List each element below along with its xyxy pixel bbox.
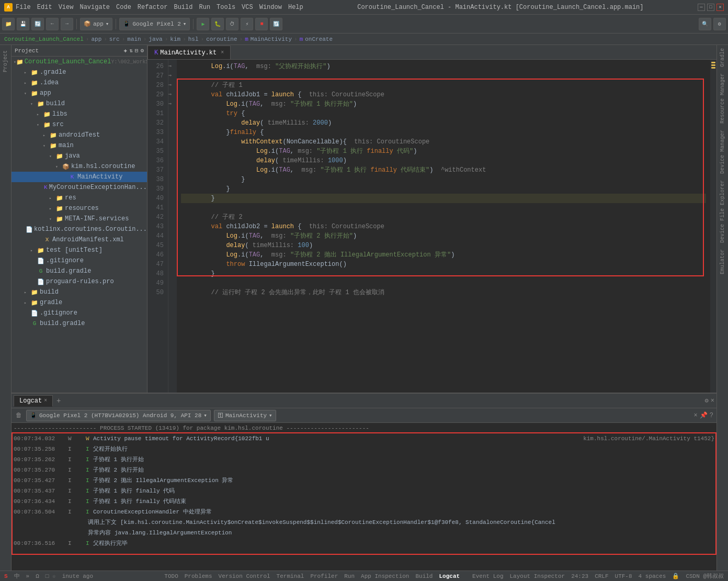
status-version-control[interactable]: Version Control — [219, 573, 270, 579]
search-everywhere-btn[interactable]: 🔍 — [699, 18, 711, 30]
bc-hsl[interactable]: hsl — [188, 36, 199, 42]
menu-build[interactable]: Build — [174, 4, 192, 11]
menu-edit[interactable]: Edit — [37, 4, 52, 11]
tree-item-buildgradle-root[interactable]: G build.gradle — [12, 318, 147, 329]
filter-selector[interactable]: ⚿ MainActivity ▾ — [214, 410, 276, 421]
tree-item-gitignore-root[interactable]: 📄 .gitignore — [12, 308, 147, 318]
maximize-button[interactable]: □ — [707, 4, 714, 11]
bc-java[interactable]: java — [149, 36, 162, 42]
forward-btn[interactable]: → — [61, 18, 73, 30]
bottom-tab-logcat[interactable]: Logcat × — [14, 395, 53, 407]
status-problems[interactable]: Problems — [185, 573, 212, 579]
add-tab-btn[interactable]: + — [53, 395, 64, 407]
menu-code[interactable]: Code — [116, 4, 131, 11]
tree-item-gitignore-app[interactable]: 📄 .gitignore — [12, 255, 147, 266]
menu-window[interactable]: Window — [259, 4, 282, 11]
log-line-4[interactable]: 00:07:35.427 I I 子协程 2 抛出 IllegalArgumen… — [12, 475, 716, 486]
profile-btn[interactable]: ⏱ — [226, 18, 238, 30]
tree-item-mainactivity[interactable]: K MainActivity — [12, 172, 147, 182]
status-layout-inspector[interactable]: Layout Inspector — [510, 573, 565, 579]
sync-btn[interactable]: 🔄 — [31, 18, 44, 30]
save-btn[interactable]: 💾 — [17, 18, 29, 30]
log-line-7[interactable]: 00:07:36.504 I I CoroutineExceptionHandl… — [12, 507, 716, 517]
status-build[interactable]: Build — [415, 573, 433, 579]
tree-item-root[interactable]: ▾ 📁 Coroutine_Launch_Cancel Y:\002_WorkS… — [12, 57, 147, 67]
log-line-5[interactable]: 00:07:35.437 I I 子协程 1 执行 finally 代码 — [12, 486, 716, 496]
settings-btn[interactable]: ⚙ — [713, 18, 726, 30]
menu-file[interactable]: File — [16, 4, 31, 11]
tree-item-kotlinx[interactable]: 📄 kotlinx.coroutines.Coroutin... — [12, 224, 147, 234]
tree-item-gradle-root[interactable]: ▸ 📁 gradle — [12, 297, 147, 308]
status-event-log[interactable]: Event Log — [472, 573, 503, 579]
app-config-dropdown[interactable]: 📦 app ▾ — [80, 18, 112, 30]
menu-tools[interactable]: Tools — [217, 4, 235, 11]
status-profiler[interactable]: Profiler — [310, 573, 338, 579]
right-tab-device-manager[interactable]: Device Manager — [719, 127, 726, 177]
status-logcat[interactable]: Logcat — [439, 573, 460, 579]
editor-tab-mainactivity[interactable]: K MainActivity.kt × — [147, 46, 231, 59]
tree-item-proguard[interactable]: 📄 proguard-rules.pro — [12, 276, 147, 287]
code-editor[interactable]: Log.i(TAG, msg: "父协程开始执行") // 子程 1 val c… — [177, 60, 710, 393]
tree-item-metainf[interactable]: ▾ 📁 META-INF.services — [12, 214, 147, 224]
minimize-button[interactable]: ─ — [698, 4, 705, 11]
sidebar-sort-btn[interactable]: ⇅ — [129, 47, 133, 54]
right-tab-gradle[interactable]: Gradle — [719, 45, 726, 70]
tree-item-main[interactable]: ▾ 📁 main — [12, 140, 147, 151]
back-btn[interactable]: ← — [46, 18, 59, 30]
right-tab-device-explorer[interactable]: Device File Explorer — [719, 177, 726, 246]
sidebar-settings-btn[interactable]: ⚙ — [140, 47, 144, 54]
tree-item-idea[interactable]: ▸ 📁 .idea — [12, 77, 147, 88]
status-line-ending[interactable]: CRLF — [595, 573, 608, 579]
run-btn[interactable]: ▶ — [197, 18, 209, 30]
apply-changes-btn[interactable]: ⚡ — [241, 18, 253, 30]
menu-help[interactable]: Help — [288, 4, 303, 11]
right-tab-resource[interactable]: Resource Manager — [719, 70, 726, 127]
tree-item-build[interactable]: ▸ 📁 build — [12, 287, 147, 297]
status-todo[interactable]: TODO — [164, 573, 178, 579]
sidebar-collapse-btn[interactable]: ⊟ — [135, 47, 139, 54]
close-logcat-btn[interactable]: × — [694, 412, 698, 419]
sidebar-add-btn[interactable]: ✚ — [124, 47, 128, 54]
tree-item-src[interactable]: ▾ 📁 src — [12, 119, 147, 130]
menu-run[interactable]: Run — [199, 4, 210, 11]
bc-coroutine[interactable]: coroutine — [206, 36, 237, 42]
tree-item-test[interactable]: ▸ 📁 test [unitTest] — [12, 245, 147, 255]
help-logcat-btn[interactable]: ? — [710, 412, 713, 419]
bc-project[interactable]: Coroutine_Launch_Cancel — [4, 36, 84, 42]
menu-navigate[interactable]: Navigate — [79, 4, 110, 11]
debug-btn[interactable]: 🐛 — [211, 18, 224, 30]
tree-item-res[interactable]: ▸ 📁 res — [12, 193, 147, 203]
bc-src[interactable]: src — [109, 36, 120, 42]
sidebar-tab-project[interactable]: Project — [2, 47, 9, 75]
log-line-1[interactable]: 00:07:35.258 I I 父程开始执行 — [12, 444, 716, 454]
bc-app[interactable]: app — [91, 36, 101, 42]
open-folder-btn[interactable]: 📁 — [2, 18, 15, 30]
tree-item-manifest[interactable]: X AndroidManifest.xml — [12, 234, 147, 245]
tree-item-build-app[interactable]: ▾ 📁 build — [12, 98, 147, 109]
log-line-10[interactable]: 00:07:36.516 I I 父程执行完毕 — [12, 538, 716, 549]
tree-item-app[interactable]: ▾ 📁 app — [12, 88, 147, 98]
tree-item-package[interactable]: ▾ 📦 kim.hsl.coroutine — [12, 161, 147, 172]
gradle-sync-btn[interactable]: 🔃 — [270, 18, 282, 30]
pin-logcat-btn[interactable]: 📌 — [700, 411, 708, 419]
tree-item-libs[interactable]: ▸ 📁 libs — [12, 109, 147, 119]
log-line-6[interactable]: 00:07:36.434 I I 子协程 1 执行 finally 代码结束 — [12, 496, 716, 507]
close-button[interactable]: ✕ — [716, 4, 724, 11]
bc-mainactivity[interactable]: MainActivity — [251, 36, 292, 42]
tree-item-buildgradle-app[interactable]: G build.gradle — [12, 266, 147, 276]
bc-kim[interactable]: kim — [170, 36, 180, 42]
tree-item-gradle[interactable]: ▸ 📁 .gradle — [12, 67, 147, 77]
status-run[interactable]: Run — [344, 573, 355, 579]
tree-item-java[interactable]: ▾ 📁 java — [12, 151, 147, 161]
device-selector[interactable]: 📱 Google Pixel 2 (HT7BV1A02915) Android … — [26, 410, 211, 421]
tree-item-myexception[interactable]: K MyCoroutineExceptionHan... — [12, 182, 147, 193]
stop-btn[interactable]: ■ — [255, 18, 268, 30]
log-line-2[interactable]: 00:07:35.262 I I 子协程 1 执行开始 — [12, 454, 716, 465]
tree-item-androidtest[interactable]: ▸ 📁 androidTest — [12, 130, 147, 140]
device-dropdown[interactable]: 📱 Google Pixel 2 ▾ — [119, 18, 190, 30]
bc-oncreate[interactable]: onCreate — [305, 36, 333, 42]
menu-refactor[interactable]: Refactor — [138, 4, 168, 11]
clear-logcat-btn[interactable]: 🗑 — [15, 411, 23, 420]
bottom-settings-icon[interactable]: ⚙ — [705, 397, 709, 405]
log-line-0[interactable]: 00:07:34.032 W W Activity pause timeout … — [12, 433, 716, 444]
